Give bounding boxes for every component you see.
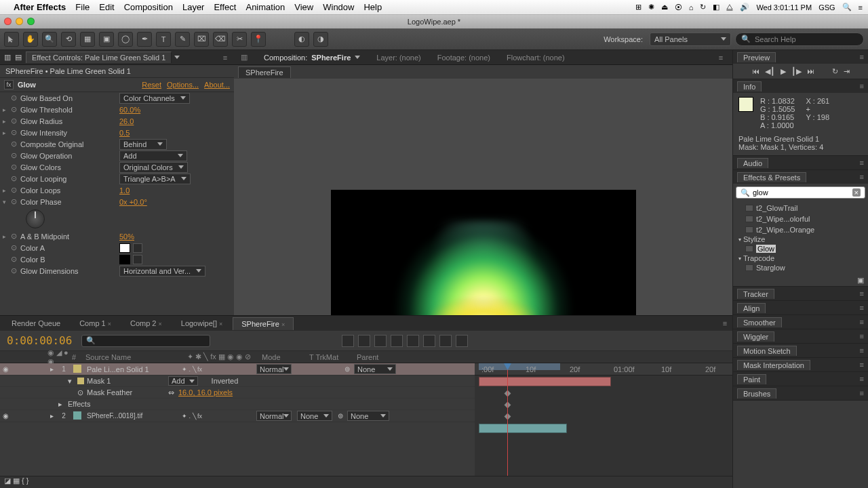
panel-menu-icon[interactable]: ≡ — [860, 53, 864, 61]
tab-comp2[interactable]: Comp 2× — [121, 317, 171, 330]
audio-panel-tab[interactable]: Audio — [737, 158, 768, 168]
timeline-search[interactable]: 🔍 — [81, 335, 210, 347]
composition-tab[interactable]: Composition: SPhereFire — [264, 54, 360, 62]
color-looping-dropdown[interactable]: Triangle A>B>A — [119, 174, 191, 184]
effect-name[interactable]: Glow — [18, 81, 136, 89]
menu-view[interactable]: View — [294, 2, 313, 12]
menubar-extra-icon[interactable]: ↻ — [700, 3, 706, 12]
prev-frame-button[interactable]: ◀┃ — [765, 67, 775, 76]
glow-dimensions-dropdown[interactable]: Horizontal and Ver... — [119, 266, 205, 277]
preview-panel-tab[interactable]: Preview — [737, 52, 776, 62]
motion-sketch-panel-tab[interactable]: Motion Sketch — [737, 346, 797, 356]
selection-tool[interactable] — [4, 32, 19, 47]
menubar-extra-icon[interactable]: ✺ — [648, 3, 654, 12]
parent-dropdown[interactable]: None — [354, 364, 396, 374]
spotlight-icon[interactable]: 🔍 — [842, 3, 852, 12]
app-name[interactable]: After Effects — [14, 2, 66, 12]
menu-file[interactable]: File — [75, 2, 90, 12]
glow-threshold-value[interactable]: 60.0% — [119, 106, 140, 114]
menu-edit[interactable]: Edit — [99, 2, 114, 12]
glow-operation-dropdown[interactable]: Add — [119, 150, 187, 161]
zoom-tool[interactable]: 🔍 — [42, 32, 57, 47]
preset-item[interactable]: t2_Wipe...Orange — [736, 224, 865, 235]
tab-spherefire[interactable]: SPhereFire× — [233, 317, 294, 330]
chevron-down-icon[interactable] — [174, 56, 180, 59]
col-mode[interactable]: Mode — [262, 353, 309, 361]
brush-tool[interactable]: ✎ — [175, 32, 190, 47]
layer-bar[interactable] — [479, 377, 611, 386]
menu-effect[interactable]: Effect — [214, 2, 236, 12]
layer-name[interactable]: SPhereF...0018].tif — [84, 412, 179, 420]
play-button[interactable]: ▶ — [781, 67, 786, 76]
layer-color-swatch[interactable] — [73, 365, 81, 373]
info-panel-tab[interactable]: Info — [737, 81, 762, 92]
pan-behind-tool[interactable]: ▣ — [99, 32, 114, 47]
menubar-extra-icon[interactable]: ⏏ — [661, 3, 668, 12]
glow-based-on-dropdown[interactable]: Color Channels — [119, 93, 190, 104]
time-ruler[interactable]: :00f 10f 20f 01:00f 10f 20f — [475, 363, 732, 375]
panel-menu-icon[interactable]: ≡ — [220, 54, 230, 62]
eraser-tool[interactable]: ⌫ — [213, 32, 228, 47]
menubar-extra-icon[interactable]: ⊞ — [635, 3, 642, 12]
close-window-button[interactable] — [4, 18, 12, 25]
effects-row[interactable]: ▸Effects — [0, 399, 475, 410]
layer-name[interactable]: Pale Li...en Solid 1 — [87, 365, 149, 373]
composite-original-dropdown[interactable]: Behind — [119, 139, 167, 150]
panel-menu-icon[interactable]: ≡ — [720, 319, 730, 327]
panel-menu-icon[interactable]: ≡ — [716, 54, 726, 62]
smoother-panel-tab[interactable]: Smoother — [737, 317, 782, 327]
effect-category[interactable]: ▾Stylize — [736, 235, 865, 243]
blend-mode-dropdown[interactable]: Normal — [256, 364, 292, 374]
color-phase-value[interactable]: 0x +0.0° — [119, 198, 147, 206]
mask-feather-row[interactable]: ⊙ Mask Feather ⇔ 16.0, 16.0 pixels — [0, 387, 475, 399]
shape-tool[interactable]: ◯ — [118, 32, 133, 47]
puppet-tool[interactable]: 📍 — [251, 32, 266, 47]
effect-item[interactable]: Glow — [736, 243, 865, 254]
panel-menu-icon[interactable]: ≡ — [860, 159, 864, 167]
rotation-tool[interactable]: ⟲ — [61, 32, 76, 47]
help-search-input[interactable]: 🔍 Search Help — [735, 33, 864, 46]
tab-comp1[interactable]: Comp 1× — [71, 317, 120, 330]
col-trkmat[interactable]: T TrkMat — [309, 353, 357, 361]
minimize-window-button[interactable] — [16, 18, 23, 25]
toolbar-toggle[interactable]: ◐ — [294, 32, 309, 47]
menubar-extra-icon[interactable]: ◧ — [713, 3, 719, 12]
pen-tool[interactable]: ✒ — [137, 32, 152, 47]
panel-menu-icon[interactable]: ≡ — [860, 82, 864, 90]
timeline-button[interactable] — [391, 335, 403, 347]
menu-layer[interactable]: Layer — [182, 2, 205, 12]
paint-panel-tab[interactable]: Paint — [737, 374, 766, 384]
new-bin-icon[interactable]: ▣ — [857, 276, 864, 284]
comp-subtab[interactable]: SPhereFire — [238, 66, 291, 78]
menubar-user[interactable]: GSG — [818, 3, 835, 12]
mask-interpolation-panel-tab[interactable]: Mask Interpolation — [737, 360, 810, 370]
trkmat-dropdown[interactable]: None — [297, 411, 332, 421]
effect-controls-tab[interactable]: Effect Controls: Pale Lime Green Solid 1 — [26, 52, 172, 63]
timeline-button[interactable] — [342, 335, 354, 347]
layer-bar[interactable] — [479, 424, 567, 433]
timeline-track-area[interactable]: :00f 10f 20f 01:00f 10f 20f — [475, 363, 732, 476]
current-time[interactable]: 0:00:00:06 — [0, 334, 79, 347]
menubar-volume-icon[interactable]: 🔊 — [740, 3, 749, 12]
effect-item[interactable]: Starglow — [736, 262, 865, 273]
footage-tab[interactable]: Footage: (none) — [437, 54, 490, 62]
ram-preview-button[interactable]: ⇥ — [844, 67, 850, 76]
glow-radius-value[interactable]: 26.0 — [119, 117, 134, 125]
toolbar-toggle[interactable]: ◑ — [313, 32, 328, 47]
parent-dropdown[interactable]: None — [347, 411, 389, 421]
glow-colors-dropdown[interactable]: Original Colors — [119, 162, 188, 173]
phase-dial[interactable] — [26, 209, 45, 228]
zoom-window-button[interactable] — [27, 18, 35, 25]
ab-midpoint-value[interactable]: 50% — [119, 232, 134, 241]
clone-tool[interactable]: ⌧ — [194, 32, 209, 47]
first-frame-button[interactable]: ⏮ — [752, 67, 760, 75]
roto-tool[interactable]: ✂ — [232, 32, 247, 47]
menubar-extra-icon[interactable]: ⌂ — [689, 3, 694, 12]
glow-intensity-value[interactable]: 0.5 — [119, 129, 130, 137]
menu-window[interactable]: Window — [323, 2, 354, 12]
eyedropper-icon[interactable] — [133, 255, 142, 264]
brushes-panel-tab[interactable]: Brushes — [737, 388, 776, 399]
layer-color-swatch[interactable] — [73, 411, 81, 420]
layer-row[interactable]: ◉ ▸ 1 Pale Li...en Solid 1 ✦ . ╲ fx Norm… — [0, 363, 475, 375]
menubar-extra-icon[interactable]: ⦿ — [675, 3, 682, 12]
